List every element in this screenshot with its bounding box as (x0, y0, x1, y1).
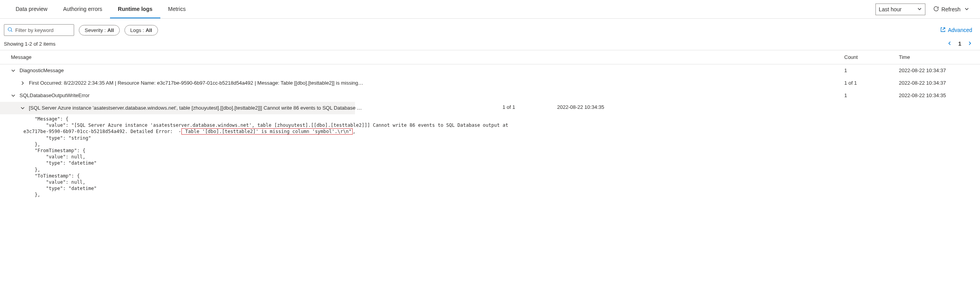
row-time: 2022-08-22 10:34:37 (899, 80, 969, 86)
logs-value: All (146, 27, 152, 33)
refresh-label: Refresh (941, 6, 960, 12)
json-detail: "Message": { "value": "[SQL Server Azure… (0, 114, 980, 201)
showing-count: Showing 1-2 of 2 items (4, 41, 55, 47)
table-row[interactable]: DiagnosticMessage 1 2022-08-22 10:34:37 (0, 64, 980, 77)
tabs-bar: Data preview Authoring errors Runtime lo… (0, 0, 980, 19)
status-row: Showing 1-2 of 2 items 1 (0, 39, 980, 50)
column-message: Message (11, 54, 844, 60)
filter-keyword-input[interactable] (15, 27, 71, 33)
tab-authoring-errors[interactable]: Authoring errors (55, 0, 110, 18)
pager-prev[interactable] (947, 41, 952, 47)
row-message: [SQL Server Azure instance 'asatestserve… (29, 105, 364, 111)
pager: 1 (947, 41, 972, 47)
row-message: DiagnosticMessage (20, 67, 355, 73)
row-time: 2022-08-22 10:34:37 (899, 67, 969, 73)
column-count: Count (844, 54, 899, 60)
row-message: SQLDatabaseOutputWriteError (20, 92, 355, 98)
toolbar: Severity : All Logs : All Advanced (0, 19, 980, 39)
json-post: , "type": "string" }, "FromTimestamp": {… (23, 129, 355, 197)
chevron-down-icon[interactable] (11, 68, 16, 73)
search-icon (7, 27, 15, 34)
json-highlighted-error: Table '[dbo].[testtable2]' is missing co… (181, 128, 353, 135)
column-time: Time (899, 54, 969, 60)
row-message: First Occurred: 8/22/2022 2:34:35 AM | R… (29, 80, 364, 86)
logs-filter[interactable]: Logs : All (124, 25, 158, 36)
tab-data-preview[interactable]: Data preview (8, 0, 55, 18)
chevron-down-icon (917, 6, 922, 12)
refresh-button[interactable]: Refresh (930, 4, 972, 14)
filter-keyword-field[interactable] (4, 24, 74, 36)
external-link-icon (940, 27, 946, 34)
row-count: 1 (844, 67, 899, 73)
pager-current: 1 (958, 41, 961, 47)
svg-point-0 (8, 27, 12, 31)
chevron-down-icon[interactable] (11, 93, 16, 98)
time-range-dropdown[interactable]: Last hour (875, 4, 925, 15)
severity-filter[interactable]: Severity : All (79, 25, 120, 36)
advanced-label: Advanced (948, 27, 972, 33)
advanced-link[interactable]: Advanced (940, 27, 972, 34)
tab-runtime-logs[interactable]: Runtime logs (110, 0, 160, 18)
row-count: 1 of 1 (502, 101, 557, 113)
row-count: 1 (844, 92, 899, 98)
row-time: 2022-08-22 10:34:35 (557, 101, 627, 113)
severity-value: All (107, 27, 114, 33)
logs-label: Logs : (130, 27, 144, 33)
severity-label: Severity : (85, 27, 106, 33)
chevron-right-icon[interactable] (20, 81, 25, 85)
table-row[interactable]: SQLDatabaseOutputWriteError 1 2022-08-22… (0, 89, 980, 102)
table-row[interactable]: [SQL Server Azure instance 'asatestserve… (0, 102, 355, 114)
chevron-down-icon[interactable] (20, 106, 25, 110)
refresh-icon (933, 6, 939, 13)
pager-next[interactable] (968, 41, 972, 47)
chevron-down-icon (964, 6, 969, 12)
tab-metrics[interactable]: Metrics (160, 0, 194, 18)
time-range-label: Last hour (879, 6, 902, 12)
table-row[interactable]: First Occurred: 8/22/2022 2:34:35 AM | R… (0, 77, 980, 89)
row-count: 1 of 1 (844, 80, 899, 86)
table-header: Message Count Time (0, 50, 980, 64)
row-time: 2022-08-22 10:34:35 (899, 92, 969, 98)
